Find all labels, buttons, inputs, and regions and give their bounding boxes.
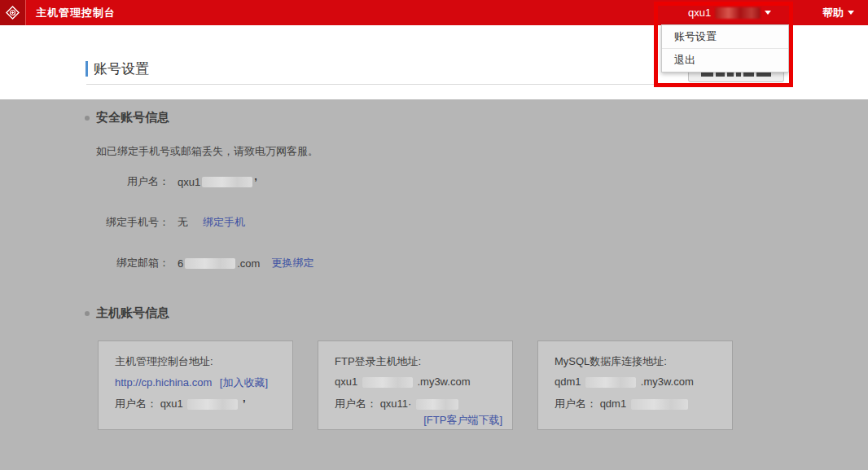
redacted-block <box>185 258 235 269</box>
ftp-user-label: 用户名： <box>335 398 377 410</box>
mysql-address-label: MySQL数据库连接地址: <box>555 354 667 369</box>
phone-row: 绑定手机号： 无 绑定手机 <box>65 215 245 230</box>
page-title: 账号设置 <box>94 59 149 78</box>
menu-item-account-settings[interactable]: 账号设置 <box>662 25 788 48</box>
redacted-block <box>416 399 458 410</box>
redacted-block <box>202 177 252 187</box>
cp-address-label: 主机管理控制台地址: <box>115 354 213 369</box>
content-area: 安全账号信息 如已绑定手机号或邮箱丢失，请致电万网客服。 用户名： qxu1 ’… <box>0 99 868 470</box>
phone-value: 无 <box>178 215 188 230</box>
host-section-heading: 主机账号信息 <box>96 305 169 321</box>
user-menu-trigger[interactable]: qxu1 <box>688 0 771 25</box>
censor-tick: ’ <box>254 176 257 188</box>
username-value: qxu1 <box>178 176 200 188</box>
menu-item-logout[interactable]: 退出 <box>662 49 788 72</box>
top-header: 主机管理控制台 qxu1 帮助 <box>0 0 868 25</box>
ftp-host-suffix: .my3w.com <box>417 376 470 388</box>
phone-label: 绑定手机号： <box>65 215 169 230</box>
cp-user-value: qxu1 <box>160 398 183 410</box>
mysql-user-label: 用户名： <box>555 398 597 410</box>
username-label: 用户名： <box>65 174 169 189</box>
ftp-address-card: FTP登录主机地址: qxu1 .my3w.com 用户名： qxu11· [F… <box>318 340 513 430</box>
username-text: qxu1 <box>688 7 711 19</box>
logo-icon <box>0 0 25 25</box>
email-prefix: 6 <box>178 257 183 270</box>
redacted-username-block <box>715 7 761 19</box>
cp-user-label: 用户名： <box>115 398 157 410</box>
email-row: 绑定邮箱： 6 .com 更换绑定 <box>65 256 313 270</box>
app-title: 主机管理控制台 <box>36 0 116 25</box>
mysql-host-prefix: qdm1 <box>555 376 581 388</box>
mysql-user-value: qdm1 <box>600 398 627 410</box>
help-label: 帮助 <box>822 6 844 20</box>
username-row: 用户名： qxu1 ’ <box>65 174 257 189</box>
add-bookmark-link[interactable]: [加入收藏] <box>220 376 268 389</box>
security-section-heading: 安全账号信息 <box>96 110 169 125</box>
censor-tick: ’ <box>243 398 246 410</box>
bind-phone-link[interactable]: 绑定手机 <box>203 215 245 230</box>
redacted-block <box>585 377 636 388</box>
security-note: 如已绑定手机号或邮箱丢失，请致电万网客服。 <box>96 144 318 159</box>
redacted-block <box>631 399 688 410</box>
bullet-icon <box>85 311 90 316</box>
cp-address-card: 主机管理控制台地址: http://cp.hichina.com [加入收藏] … <box>98 340 293 430</box>
cp-url-link[interactable]: http://cp.hichina.com <box>115 376 212 389</box>
title-accent-bar <box>85 61 88 77</box>
mysql-address-card: MySQL数据库连接地址: qdm1 .my3w.com 用户名： qdm1 <box>537 340 733 430</box>
caret-down-icon <box>765 11 771 15</box>
email-label: 绑定邮箱： <box>65 256 169 270</box>
redacted-block <box>187 399 238 410</box>
caret-down-icon <box>848 11 854 15</box>
ftp-client-download-link[interactable]: [FTP客户端下载] <box>423 414 502 426</box>
title-divider-line <box>86 84 783 85</box>
header-divider <box>25 0 26 25</box>
ftp-user-value: qxu11· <box>380 398 412 410</box>
redacted-block <box>362 377 413 388</box>
mysql-host-suffix: .my3w.com <box>641 376 694 388</box>
user-dropdown-menu: 账号设置 退出 <box>661 24 789 72</box>
ftp-address-label: FTP登录主机地址: <box>335 354 421 369</box>
ftp-host-prefix: qxu1 <box>335 376 357 388</box>
bullet-icon <box>85 116 90 121</box>
email-suffix: .com <box>237 257 260 270</box>
help-menu-trigger[interactable]: 帮助 <box>822 0 854 25</box>
change-email-link[interactable]: 更换绑定 <box>271 256 313 270</box>
screen: 主机管理控制台 qxu1 帮助 账号设置 安全账号信息 如已绑定手机号或邮箱丢失… <box>0 0 868 470</box>
